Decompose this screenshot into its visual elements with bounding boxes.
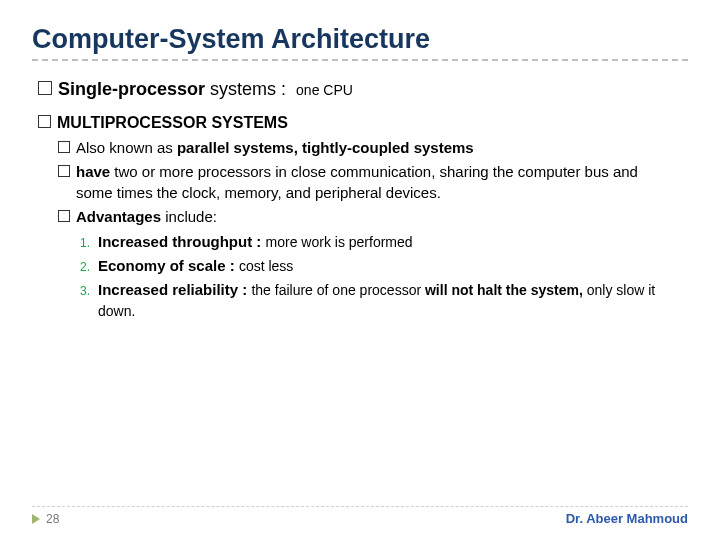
numbered-advantages: 1.Increased throughput : more work is pe… [80, 231, 688, 322]
checkbox-icon [58, 141, 70, 153]
item-number: 1. [80, 236, 90, 250]
item-text: Increased reliability : the failure of o… [98, 279, 658, 323]
item-text: Economy of scale : cost less [98, 255, 658, 277]
item-text: Also known as parallel systems, tightly-… [76, 138, 666, 158]
bullet-text: systems : [210, 79, 291, 99]
checkbox-icon [58, 165, 70, 177]
bullet-desc: one CPU [296, 82, 353, 98]
slide: Computer-System Architecture Single-proc… [0, 0, 720, 540]
bullet-heading: MULTIPROCESSOR SYSTEMS [57, 114, 288, 131]
list-item: 2.Economy of scale : cost less [80, 255, 688, 277]
list-item: have two or more processors in close com… [58, 162, 688, 203]
item-text: have two or more processors in close com… [76, 162, 666, 203]
author-name: Dr. Abeer Mahmoud [566, 511, 688, 526]
triangle-icon [32, 514, 40, 524]
list-item: 1.Increased throughput : more work is pe… [80, 231, 688, 253]
item-text: Increased throughput : more work is perf… [98, 231, 658, 253]
checkbox-icon [58, 210, 70, 222]
slide-footer: 28 Dr. Abeer Mahmoud [32, 506, 688, 526]
bullet-text-bold: Single-processor [58, 79, 210, 99]
list-item: Advantages include: [58, 207, 688, 227]
footer-divider [32, 506, 688, 507]
item-number: 2. [80, 260, 90, 274]
checkbox-icon [38, 81, 52, 95]
bullet-single-processor: Single-processor systems : one CPU [38, 79, 688, 100]
title-divider [32, 59, 688, 61]
list-item: 3.Increased reliability : the failure of… [80, 279, 688, 323]
slide-title: Computer-System Architecture [32, 24, 688, 55]
bullet-multiprocessor: MULTIPROCESSOR SYSTEMS [38, 114, 688, 132]
page-number: 28 [32, 512, 59, 526]
item-text: Advantages include: [76, 207, 666, 227]
list-item: Also known as parallel systems, tightly-… [58, 138, 688, 158]
sub-bullet-list: Also known as parallel systems, tightly-… [58, 138, 688, 227]
checkbox-icon [38, 115, 51, 128]
item-number: 3. [80, 284, 90, 298]
footer-row: 28 Dr. Abeer Mahmoud [32, 511, 688, 526]
page-number-text: 28 [46, 512, 59, 526]
